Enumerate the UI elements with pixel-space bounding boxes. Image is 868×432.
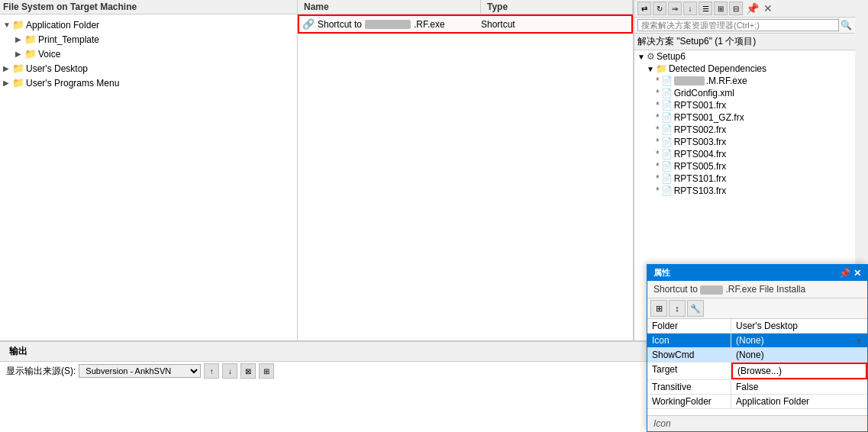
props-title-suffix: .RF.exe File Installa: [725, 284, 805, 295]
output-btn-4[interactable]: ⊞: [259, 363, 274, 379]
props-title-bar: Shortcut to .RF.exe File Installa: [647, 281, 867, 298]
expand-arrow-pt: ▶: [15, 35, 23, 44]
sol-icon-file-r1gz: 📄: [661, 112, 673, 123]
output-filter-select[interactable]: Subversion - AnkhSVN: [79, 364, 201, 378]
solution-toolbar: ⇄ ↻ ⇒ ↓ ☰ ⊞ ⊟ 📌 ✕: [634, 0, 855, 18]
props-btn-grid[interactable]: ⊞: [650, 300, 667, 317]
output-btn-1[interactable]: ↑: [204, 363, 219, 379]
sol-label-r101: RPTS101.frx: [674, 173, 727, 184]
props-cell-name-target: Target: [647, 363, 731, 379]
folder-icon-voice: 📁: [24, 48, 37, 60]
close-icon[interactable]: ✕: [762, 2, 774, 15]
sol-label-rf-blurred: [674, 76, 705, 85]
sol-item-rf-exe[interactable]: * 📄 .M.RF.exe: [634, 75, 855, 87]
sol-label-r5: RPTS005.frx: [674, 161, 727, 172]
file-name-blurred: [365, 20, 411, 29]
sol-icon-r1: *: [656, 100, 660, 111]
tree-item-label-user-desktop: User's Desktop: [26, 63, 88, 74]
solution-title: 解决方案 "Setup6" (1 个项目): [634, 34, 855, 50]
folder-icon-up: 📁: [12, 77, 24, 89]
props-value-icon: (None): [736, 335, 764, 346]
sol-label-r2: RPTS002.frx: [674, 124, 727, 135]
sol-icon-r5: *: [656, 161, 660, 172]
sol-label-r103: RPTS103.frx: [674, 185, 727, 196]
props-row-folder[interactable]: Folder User's Desktop: [647, 319, 867, 334]
tree-item-label-print-template: Print_Template: [38, 34, 99, 45]
props-row-target[interactable]: Target (Browse...): [647, 363, 867, 380]
sol-icon-r3: *: [656, 137, 660, 147]
sol-item-rpts002[interactable]: * 📄 RPTS002.frx: [634, 124, 855, 136]
output-btn-2[interactable]: ↓: [222, 363, 237, 379]
sol-icon-r101: *: [656, 173, 660, 184]
tree-item-user-desktop[interactable]: ▶ 📁 User's Desktop: [0, 61, 297, 76]
sol-toolbar-btn-7[interactable]: ⊟: [729, 2, 743, 15]
search-icon: 🔍: [841, 20, 852, 31]
sol-toolbar-btn-3[interactable]: ⇒: [668, 2, 682, 15]
pin-icon[interactable]: 📌: [744, 2, 760, 15]
file-row-type: Shortcut: [478, 19, 628, 30]
sol-toolbar-btn-6[interactable]: ⊞: [714, 2, 728, 15]
tree-item-print-template[interactable]: ▶ 📁 Print_Template: [0, 32, 297, 47]
sol-item-rpts103[interactable]: * 📄 RPTS103.frx: [634, 185, 855, 197]
properties-panel: 属性 📌 ✕ Shortcut to .RF.exe File Installa…: [647, 264, 868, 432]
props-cell-value-workingfolder: Application Folder: [731, 395, 867, 408]
props-cell-name-workingfolder: WorkingFolder: [647, 395, 731, 408]
sol-label-rf: .M.RF.exe: [706, 76, 747, 86]
props-pin-icon[interactable]: 📌: [839, 268, 850, 279]
props-cell-value-target: (Browse...): [731, 363, 867, 379]
solution-search: 🔍: [634, 18, 855, 34]
solution-label: 解决方案 "Setup6" (1 个项目): [637, 36, 756, 47]
file-col-name: Name: [298, 0, 481, 14]
sol-icon-deps: 📁: [656, 63, 667, 74]
sol-icon-r103: *: [656, 185, 660, 196]
props-footer-text: Icon: [653, 418, 671, 429]
output-title: 输出: [3, 343, 34, 359]
tree-item-app-folder[interactable]: ▼ 📁 Application Folder: [0, 18, 297, 32]
props-row-transitive[interactable]: Transitive False: [647, 380, 867, 395]
output-btn-3[interactable]: ⊠: [240, 363, 256, 379]
sol-toolbar-btn-5[interactable]: ☰: [699, 2, 712, 15]
file-row-shortcut[interactable]: 🔗 Shortcut to .RF.exe Shortcut: [298, 15, 633, 34]
props-cell-value-folder: User's Desktop: [731, 319, 867, 333]
sol-label-gc: GridConfig.xml: [674, 88, 734, 98]
sol-toolbar-btn-2[interactable]: ↻: [653, 2, 666, 15]
left-panel-header: File System on Target Machine: [0, 0, 297, 15]
sol-label-r3: RPTS003.frx: [674, 137, 727, 147]
props-title-text: Shortcut to: [653, 284, 700, 295]
sol-toolbar-btn-4[interactable]: ↓: [683, 2, 697, 15]
props-row-icon[interactable]: Icon (None) ▼: [647, 334, 867, 348]
props-value-folder: User's Desktop: [736, 321, 798, 331]
props-dropdown-btn-icon[interactable]: ▼: [855, 337, 863, 345]
sol-label-setup6: Setup6: [657, 51, 686, 62]
props-row-showcmd[interactable]: ShowCmd (None): [647, 348, 867, 363]
sol-item-rpts101[interactable]: * 📄 RPTS101.frx: [634, 172, 855, 185]
props-close-icon[interactable]: ✕: [853, 268, 861, 279]
props-cell-value-transitive: False: [731, 380, 867, 394]
sol-item-gridconfig[interactable]: * 📄 GridConfig.xml: [634, 87, 855, 99]
props-cell-value-showcmd: (None): [731, 348, 867, 362]
sol-item-rpts005[interactable]: * 📄 RPTS005.frx: [634, 160, 855, 172]
sol-icon-file-gc: 📄: [661, 88, 673, 98]
sol-icon-setup6: ⚙: [647, 51, 655, 62]
solution-search-input[interactable]: [637, 19, 839, 31]
props-cell-name-transitive: Transitive: [647, 380, 731, 394]
tree-item-user-programs[interactable]: ▶ 📁 User's Programs Menu: [0, 76, 297, 90]
sol-arrow-deps: ▼: [647, 65, 654, 73]
sol-toolbar-btn-1[interactable]: ⇄: [637, 2, 651, 15]
sol-icon-file-r103: 📄: [661, 185, 673, 196]
sol-item-rpts003[interactable]: * 📄 RPTS003.frx: [634, 136, 855, 148]
sol-label-r4: RPTS004.frx: [674, 149, 727, 160]
sol-item-rpts004[interactable]: * 📄 RPTS004.frx: [634, 148, 855, 160]
tree-item-voice[interactable]: ▶ 📁 Voice: [0, 47, 297, 61]
sol-item-rpts001gz[interactable]: * 📄 RPTS001_GZ.frx: [634, 111, 855, 124]
sol-icon-file-r1: 📄: [661, 100, 673, 111]
props-btn-settings[interactable]: 🔧: [687, 300, 704, 317]
sol-item-setup6[interactable]: ▼ ⚙ Setup6: [634, 50, 855, 63]
props-btn-sort[interactable]: ↕: [669, 300, 686, 317]
sol-item-deps[interactable]: ▼ 📁 Detected Dependencies: [634, 63, 855, 75]
props-value-workingfolder: Application Folder: [736, 396, 809, 407]
props-row-workingfolder[interactable]: WorkingFolder Application Folder: [647, 395, 867, 409]
sol-item-rpts001[interactable]: * 📄 RPTS001.frx: [634, 99, 855, 111]
props-value-transitive: False: [736, 382, 758, 392]
tree-item-label-app-folder: Application Folder: [26, 20, 99, 31]
